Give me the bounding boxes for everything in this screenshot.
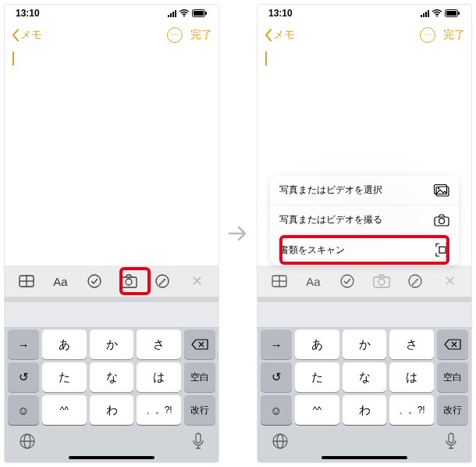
keyboard: → あ か さ ↺ た な は 空白 ABC ま や ら 改行 ☺ ^^ わ 、… [258,297,471,462]
back-label: メモ [20,28,42,42]
status-time: 13:10 [268,8,293,19]
mic-icon[interactable] [192,433,204,450]
key-space[interactable]: 空白 [437,362,468,392]
markup-icon[interactable] [151,273,173,289]
key-emoji[interactable]: ☺ [261,395,292,425]
key-na[interactable]: な [343,362,387,392]
nav-bar: メモ ⋯ 完了 [258,22,471,48]
popup-choose-photo[interactable]: 写真またはビデオを選択 [270,176,459,205]
key-space[interactable]: 空白 [184,362,215,392]
popup-item-label: 写真またはビデオを撮る [279,213,382,226]
status-right [421,9,460,17]
text-format-button[interactable]: Aa [49,275,71,288]
home-indicator [321,456,407,459]
format-bar: Aa ✕ [5,266,218,297]
key-undo[interactable]: ↺ [261,362,292,392]
key-punct[interactable]: 、。?! [137,395,181,425]
svg-rect-17 [446,11,456,16]
note-content[interactable]: 写真またはビデオを選択 写真またはビデオを撮る 書類をスキャン [258,48,471,266]
more-button[interactable]: ⋯ [167,27,183,43]
status-right [168,9,208,17]
popup-scan-document[interactable]: 書類をスキャン [270,235,459,266]
more-button[interactable]: ⋯ [420,27,435,43]
key-punct[interactable]: 、。?! [389,395,434,425]
key-ka[interactable]: か [90,330,134,359]
back-button[interactable]: メモ [11,28,42,42]
popup-take-photo[interactable]: 写真またはビデオを撮る [270,205,459,235]
battery-icon [192,9,208,17]
key-a[interactable]: あ [42,330,87,359]
arrow-between [222,220,254,247]
photo-library-icon [434,184,449,197]
signal-icon [421,10,429,17]
key-delete[interactable] [184,330,215,359]
wifi-icon [432,9,442,17]
key-wa[interactable]: わ [90,395,134,425]
key-arrow[interactable]: → [261,330,292,359]
key-delete[interactable] [437,330,468,359]
phone-right: 13:10 メモ ⋯ 完了 写真またはビデオを選択 写真またはビデオを撮る [257,4,472,463]
key-sa[interactable]: さ [137,330,181,359]
chevron-left-icon [264,28,273,42]
done-button[interactable]: 完了 [190,28,212,42]
wifi-icon [179,9,190,17]
back-label: メモ [273,28,295,42]
svg-point-21 [438,187,439,188]
key-emoji[interactable]: ☺ [8,395,39,425]
globe-icon[interactable] [19,433,36,450]
text-cursor [12,52,14,66]
nav-bar: メモ ⋯ 完了 [5,22,218,48]
status-time: 13:10 [16,8,40,19]
signal-icon [168,10,176,17]
key-ha[interactable]: は [389,362,434,392]
svg-rect-18 [458,12,460,15]
camera-icon [434,214,449,226]
mic-icon[interactable] [445,433,457,450]
svg-point-0 [183,16,185,17]
key-wa[interactable]: わ [343,395,387,425]
key-a[interactable]: あ [295,330,339,359]
svg-rect-35 [449,433,453,443]
key-ka[interactable]: か [343,330,387,359]
key-undo[interactable]: ↺ [8,362,39,392]
key-komoji[interactable]: ^^ [42,395,87,425]
key-ta[interactable]: た [295,362,339,392]
table-icon[interactable] [16,275,37,287]
svg-point-23 [439,218,445,223]
svg-rect-14 [196,433,201,443]
keyboard: → あ か さ ↺ た な は 空白 ABC ま や ら 改行 ☺ ^^ わ 、… [5,297,218,462]
key-arrow[interactable]: → [8,330,39,359]
camera-button[interactable] [118,274,140,288]
svg-point-15 [436,16,438,17]
back-button[interactable]: メモ [264,28,295,42]
svg-rect-3 [205,12,207,15]
popup-item-label: 書類をスキャン [279,244,345,257]
suggestion-row[interactable] [5,301,218,328]
keyboard-bottom [5,426,218,455]
keyboard-bottom [258,426,471,455]
text-cursor [265,52,267,66]
svg-rect-2 [194,11,204,16]
scan-icon [435,243,449,257]
checklist-icon[interactable] [83,273,105,289]
popup-item-label: 写真またはビデオを選択 [279,184,382,197]
phone-left: 13:10 メモ ⋯ 完了 Aa ✕ → [4,4,219,463]
status-bar: 13:10 [258,5,471,22]
key-na[interactable]: な [90,362,134,392]
close-button[interactable]: ✕ [186,273,208,290]
note-content[interactable] [5,48,218,266]
suggestion-row[interactable] [258,301,471,328]
key-komoji[interactable]: ^^ [295,395,339,425]
chevron-left-icon [11,28,20,42]
home-indicator [69,456,155,459]
key-ta[interactable]: た [42,362,87,392]
svg-rect-24 [439,247,446,253]
svg-point-7 [88,275,101,287]
status-bar: 13:10 [5,5,218,22]
key-ha[interactable]: は [137,362,181,392]
done-button[interactable]: 完了 [443,28,465,42]
globe-icon[interactable] [272,433,289,450]
battery-icon [445,9,460,17]
camera-popup: 写真またはビデオを選択 写真またはビデオを撮る 書類をスキャン [270,176,459,266]
key-sa[interactable]: さ [389,330,434,359]
